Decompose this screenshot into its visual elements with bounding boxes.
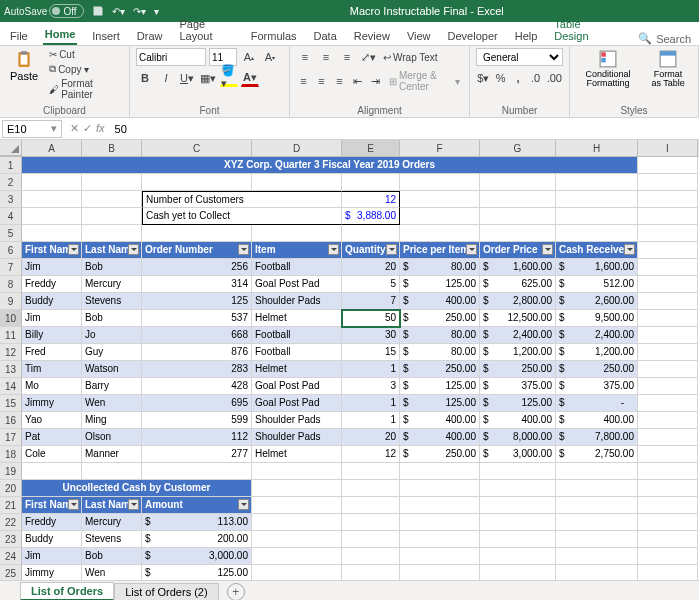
autosave-toggle[interactable]: AutoSave Off: [4, 4, 84, 18]
table-header[interactable]: Price per Item: [400, 242, 480, 259]
percent-button[interactable]: %: [493, 69, 507, 87]
row-header-19[interactable]: 19: [0, 463, 22, 480]
filter-icon[interactable]: [68, 499, 79, 510]
table-header[interactable]: Last Name: [82, 242, 142, 259]
spreadsheet-grid[interactable]: ABCDEFGHI 123456789101112131415161718192…: [0, 140, 699, 580]
fill-color-button[interactable]: 🪣▾: [220, 69, 238, 87]
save-icon[interactable]: [92, 5, 104, 17]
tab-draw[interactable]: Draw: [135, 27, 165, 45]
decrease-decimal-button[interactable]: .00: [546, 69, 563, 87]
undo-icon[interactable]: ↶▾: [112, 6, 125, 17]
table-header[interactable]: Quantity: [342, 242, 400, 259]
column-header-I[interactable]: I: [638, 140, 698, 156]
row-header-6[interactable]: 6: [0, 242, 22, 259]
column-header-H[interactable]: H: [556, 140, 638, 156]
wrap-text-button[interactable]: ↩Wrap Text: [380, 51, 441, 64]
filter-icon[interactable]: [68, 244, 79, 255]
table-header[interactable]: First Name: [22, 242, 82, 259]
row-header-11[interactable]: 11: [0, 327, 22, 344]
align-center-button[interactable]: ≡: [314, 72, 329, 90]
column-header-D[interactable]: D: [252, 140, 342, 156]
orientation-button[interactable]: ⤢▾: [359, 48, 377, 66]
row-header-24[interactable]: 24: [0, 548, 22, 565]
tab-developer[interactable]: Developer: [446, 27, 500, 45]
indent-dec-button[interactable]: ⇤: [350, 72, 365, 90]
row-header-2[interactable]: 2: [0, 174, 22, 191]
select-all-corner[interactable]: [0, 140, 22, 156]
sheet-tab-0[interactable]: List of Orders: [20, 582, 114, 600]
conditional-formatting-button[interactable]: Conditional Formatting: [576, 48, 640, 90]
filter-icon[interactable]: [238, 244, 249, 255]
row-header-18[interactable]: 18: [0, 446, 22, 463]
row-header-9[interactable]: 9: [0, 293, 22, 310]
filter-icon[interactable]: [624, 244, 635, 255]
font-name-select[interactable]: [136, 48, 206, 66]
column-header-C[interactable]: C: [142, 140, 252, 156]
column-header-B[interactable]: B: [82, 140, 142, 156]
filter-icon[interactable]: [466, 244, 477, 255]
tab-view[interactable]: View: [405, 27, 433, 45]
row-header-8[interactable]: 8: [0, 276, 22, 293]
table-header[interactable]: Item: [252, 242, 342, 259]
name-box[interactable]: E10▾: [2, 120, 62, 138]
row-header-3[interactable]: 3: [0, 191, 22, 208]
column-header-F[interactable]: F: [400, 140, 480, 156]
table-header[interactable]: Cash Received: [556, 242, 638, 259]
table-header[interactable]: Order Price: [480, 242, 556, 259]
cancel-formula-icon[interactable]: ✕: [70, 122, 79, 135]
tab-home[interactable]: Home: [43, 25, 78, 45]
increase-decimal-button[interactable]: .0: [528, 69, 542, 87]
add-sheet-button[interactable]: +: [227, 583, 245, 601]
cut-button[interactable]: ✂Cut: [46, 48, 123, 61]
tab-help[interactable]: Help: [513, 27, 540, 45]
align-top-button[interactable]: ≡: [296, 48, 314, 66]
align-bottom-button[interactable]: ≡: [338, 48, 356, 66]
number-format-select[interactable]: General: [476, 48, 563, 66]
row-header-15[interactable]: 15: [0, 395, 22, 412]
filter-icon[interactable]: [386, 244, 397, 255]
row-header-14[interactable]: 14: [0, 378, 22, 395]
row-header-13[interactable]: 13: [0, 361, 22, 378]
align-middle-button[interactable]: ≡: [317, 48, 335, 66]
grow-font-button[interactable]: A▴: [240, 48, 258, 66]
table-header[interactable]: Order Number: [142, 242, 252, 259]
tab-page-layout[interactable]: Page Layout: [177, 15, 235, 45]
row-header-12[interactable]: 12: [0, 344, 22, 361]
tab-insert[interactable]: Insert: [90, 27, 122, 45]
filter-icon[interactable]: [238, 499, 249, 510]
tab-data[interactable]: Data: [312, 27, 339, 45]
formula-bar[interactable]: 50: [111, 123, 699, 135]
indent-inc-button[interactable]: ⇥: [368, 72, 383, 90]
bold-button[interactable]: B: [136, 69, 154, 87]
border-button[interactable]: ▦▾: [199, 69, 217, 87]
align-right-button[interactable]: ≡: [332, 72, 347, 90]
copy-button[interactable]: ⧉Copy ▾: [46, 62, 123, 76]
italic-button[interactable]: I: [157, 69, 175, 87]
column-header-G[interactable]: G: [480, 140, 556, 156]
accept-formula-icon[interactable]: ✓: [83, 122, 92, 135]
tab-review[interactable]: Review: [352, 27, 392, 45]
tab-formulas[interactable]: Formulas: [249, 27, 299, 45]
filter-icon[interactable]: [128, 499, 139, 510]
sheet-tab-1[interactable]: List of Orders (2): [114, 583, 219, 600]
merge-center-button[interactable]: ⊞Merge & Center ▾: [386, 69, 463, 93]
qat-more-icon[interactable]: ▾: [154, 6, 159, 17]
redo-icon[interactable]: ↷▾: [133, 6, 146, 17]
column-header-A[interactable]: A: [22, 140, 82, 156]
row-header-10[interactable]: 10: [0, 310, 22, 327]
align-left-button[interactable]: ≡: [296, 72, 311, 90]
row-header-1[interactable]: 1: [0, 157, 22, 174]
filter-icon[interactable]: [128, 244, 139, 255]
row-header-22[interactable]: 22: [0, 514, 22, 531]
tab-file[interactable]: File: [8, 27, 30, 45]
shrink-font-button[interactable]: A▾: [261, 48, 279, 66]
row-header-5[interactable]: 5: [0, 225, 22, 242]
row-header-25[interactable]: 25: [0, 565, 22, 580]
row-header-21[interactable]: 21: [0, 497, 22, 514]
row-header-23[interactable]: 23: [0, 531, 22, 548]
row-header-20[interactable]: 20: [0, 480, 22, 497]
row-header-4[interactable]: 4: [0, 208, 22, 225]
filter-icon[interactable]: [542, 244, 553, 255]
column-header-E[interactable]: E: [342, 140, 400, 156]
filter-icon[interactable]: [328, 244, 339, 255]
